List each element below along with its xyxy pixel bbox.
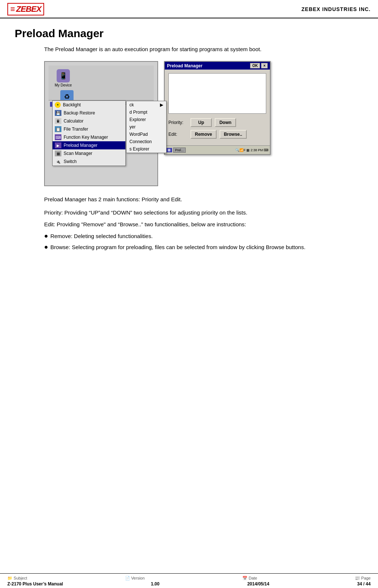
footer-version-value-col: 1.00 bbox=[151, 581, 159, 587]
switch-icon: 🔌 bbox=[55, 159, 61, 164]
dialog-task-item[interactable]: Prel... bbox=[173, 148, 186, 153]
menu-item-filetransfer[interactable]: 📋 File Transfer bbox=[53, 125, 125, 133]
company-name: ZEBEX INDUSTRIES INC. bbox=[302, 6, 371, 12]
submenu-item-7: s Explorer bbox=[126, 145, 166, 153]
footer-date-col: 📅 Date bbox=[242, 576, 257, 581]
up-button[interactable]: Up bbox=[190, 118, 212, 127]
footer-version-label: 📄 Version bbox=[125, 576, 145, 581]
backlight-icon: ☀ bbox=[55, 102, 61, 108]
remove-button[interactable]: Remove bbox=[190, 130, 217, 139]
device-icon-mydevice: 📱 My Device bbox=[52, 69, 74, 87]
dialog-title: Preload Manager bbox=[167, 63, 203, 68]
footer-subject-value: Z-2170 Plus User’s Manual bbox=[7, 581, 63, 587]
submenu-item-6: Connection bbox=[126, 138, 166, 145]
dialog-listbox[interactable] bbox=[168, 73, 266, 114]
page-title: Preload Manager bbox=[15, 27, 363, 40]
device-screen: 📱 My Device ♻ Recycle Bin ☀ Backlight bbox=[44, 61, 158, 186]
functionkey-icon: ⌨ bbox=[55, 134, 61, 140]
submenu-item-5: WordPad bbox=[126, 131, 166, 138]
calculator-icon: 🖩 bbox=[55, 118, 61, 124]
footer-date-value-col: 2014/05/14 bbox=[247, 581, 269, 587]
browse-button[interactable]: Browse.. bbox=[220, 130, 247, 139]
menu-item-scanmanager[interactable]: ▦ Scan Manager bbox=[53, 149, 125, 157]
submenu-item-1: ck ▶ bbox=[126, 101, 166, 109]
dialog-taskbar-right: 🔍📶F ▦ 2:38 PM ⌨ bbox=[235, 148, 268, 152]
mydevice-label: My Device bbox=[55, 83, 72, 87]
scanmanager-icon: ▦ bbox=[55, 150, 61, 156]
footer-version-value: 1.00 bbox=[151, 581, 159, 587]
menu-item-functionkey[interactable]: ⌨ Function Key Manager bbox=[53, 133, 125, 141]
page-header: ZEBEX ZEBEX INDUSTRIES INC. bbox=[0, 0, 378, 18]
edit-desc: Edit: Providing "Remove" and “Browse..” … bbox=[44, 220, 363, 229]
menu-item-backlight[interactable]: ☀ Backlight bbox=[53, 101, 125, 109]
preloadmanager-label: Preload Manager bbox=[64, 143, 97, 148]
footer-date-label: 📅 Date bbox=[242, 576, 257, 581]
screenshots-row: 📱 My Device ♻ Recycle Bin ☀ Backlight bbox=[44, 61, 363, 186]
dialog-taskbar: ⊞ Prel... 🔍📶F ▦ 2:38 PM ⌨ bbox=[165, 145, 270, 154]
preloadmanager-icon: ▶ bbox=[55, 142, 61, 148]
menu-item-calculator[interactable]: 🖩 Calculator bbox=[53, 117, 125, 125]
device-desktop: 📱 My Device ♻ Recycle Bin ☀ Backlight bbox=[49, 65, 154, 108]
bullet-dot-2: ● bbox=[44, 243, 48, 251]
priority-desc: Priority: Providing “UP”and “DOWN” two s… bbox=[44, 208, 363, 217]
bullet-dot-1: ● bbox=[44, 232, 48, 240]
menu-item-preloadmanager[interactable]: ▶ Preload Manager bbox=[53, 141, 125, 149]
footer-date-value: 2014/05/14 bbox=[247, 581, 269, 587]
mydevice-icon: 📱 bbox=[57, 69, 70, 82]
footer-page-col: 📰 Page bbox=[355, 576, 371, 581]
calculator-label: Calculator bbox=[64, 118, 83, 124]
preload-dialog: Preload Manager OK × Priority: Up Down E… bbox=[164, 61, 271, 155]
dialog-taskbar-extra: ⌨ bbox=[264, 148, 268, 152]
dialog-taskbar-icons: 🔍📶F ▦ bbox=[235, 148, 250, 152]
dialog-ok-button[interactable]: OK bbox=[250, 63, 260, 68]
footer-version-col: 📄 Version bbox=[125, 576, 145, 581]
dialog-titlebar: Preload Manager OK × bbox=[165, 62, 270, 70]
bullet-remove: ● Remove: Deleting selected functionalit… bbox=[44, 232, 363, 241]
bullet-browse-text: Browse: Selecting program for preloading… bbox=[50, 243, 306, 252]
submenu-item-4: yer bbox=[126, 123, 166, 131]
edit-row: Edit: Remove Browse.. bbox=[168, 130, 266, 139]
logo-text: ZEBEX bbox=[7, 3, 44, 15]
backlight-label: Backlight bbox=[63, 102, 81, 107]
main-content: Preload Manager The Preload Manager is a… bbox=[0, 18, 378, 261]
scanmanager-label: Scan Manager bbox=[64, 151, 92, 156]
backup-label: Backup Restore bbox=[64, 110, 95, 116]
footer-bottom: Z-2170 Plus User’s Manual 1.00 2014/05/1… bbox=[7, 581, 371, 587]
bullets: ● Remove: Deleting selected functionalit… bbox=[44, 232, 363, 252]
footer-page-value: 34 / 44 bbox=[357, 581, 371, 587]
menu-item-switch[interactable]: 🔌 Switch bbox=[53, 157, 125, 166]
footer-page-label: 📰 Page bbox=[355, 576, 371, 581]
dialog-taskbar-time: 2:38 PM bbox=[250, 148, 263, 152]
functionkey-label: Function Key Manager bbox=[64, 135, 108, 140]
footer-subject-value-col: Z-2170 Plus User’s Manual bbox=[7, 581, 63, 587]
footer-subject-col: 📁 Subject bbox=[7, 576, 27, 581]
filetransfer-icon: 📋 bbox=[55, 126, 61, 132]
backup-icon: 💾 bbox=[55, 110, 61, 116]
priority-label: Priority: bbox=[168, 120, 188, 125]
dialog-close-button[interactable]: × bbox=[261, 63, 268, 68]
bullet-browse: ● Browse: Selecting program for preloadi… bbox=[44, 243, 363, 252]
footer: 📁 Subject 📄 Version 📅 Date 📰 Page Z-217 bbox=[0, 573, 378, 588]
submenu-item-3: Explorer bbox=[126, 116, 166, 123]
menu-item-backup[interactable]: 💾 Backup Restore bbox=[53, 109, 125, 117]
down-button[interactable]: Down bbox=[215, 118, 236, 127]
submenu-item-2: d Prompt bbox=[126, 109, 166, 116]
filetransfer-label: File Transfer bbox=[64, 127, 88, 132]
priority-row: Priority: Up Down bbox=[168, 118, 266, 127]
footer-subject-label: 📁 Subject bbox=[7, 576, 27, 581]
footer-page-value-col: 34 / 44 bbox=[357, 581, 371, 587]
footer-top: 📁 Subject 📄 Version 📅 Date 📰 Page bbox=[7, 576, 371, 581]
bullet-remove-text: Remove: Deleting selected functionalitie… bbox=[50, 232, 153, 241]
logo: ZEBEX bbox=[7, 3, 44, 15]
dialog-start-btn[interactable]: ⊞ bbox=[166, 148, 172, 152]
intro-paragraph: The Preload Manager is an auto execution… bbox=[44, 45, 363, 54]
summary-text: Preload Manager has 2 main functions: Pr… bbox=[44, 195, 363, 204]
dialog-content: Priority: Up Down Edit: Remove Browse.. bbox=[165, 70, 270, 145]
switch-label: Switch bbox=[64, 159, 76, 164]
context-menu: ☀ Backlight 💾 Backup Restore 🖩 Calculato… bbox=[52, 100, 126, 166]
submenu: ck ▶ d Prompt Explorer yer WordPad Conne… bbox=[126, 101, 167, 153]
dialog-titlebar-buttons: OK × bbox=[250, 63, 268, 68]
edit-label: Edit: bbox=[168, 132, 188, 137]
